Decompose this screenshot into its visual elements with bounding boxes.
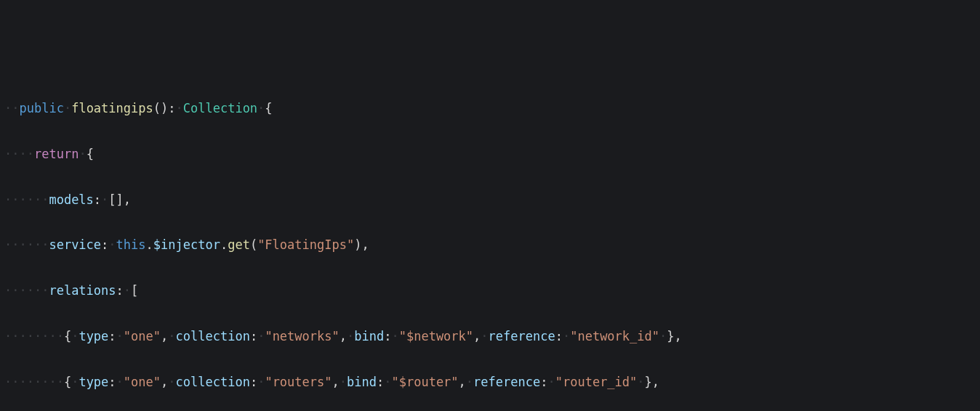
code-line-6[interactable]: ········{·type:·"one",·collection:·"netw…	[0, 325, 980, 348]
whitespace: ········	[4, 375, 64, 389]
comma: ,	[161, 375, 168, 389]
code-line-7[interactable]: ········{·type:·"one",·collection:·"rout…	[0, 371, 980, 394]
whitespace: ·	[347, 329, 354, 343]
code-line-5[interactable]: ······relations:·[	[0, 280, 980, 302]
colon: :	[101, 237, 108, 252]
string-literal: "FloatingIps"	[257, 237, 354, 252]
comma: ,	[675, 329, 682, 343]
code-line-1[interactable]: ··public·floatingips():·Collection·{	[0, 97, 980, 120]
property-type: type	[79, 375, 108, 389]
keyword-public: public	[19, 101, 63, 115]
whitespace: ······	[4, 192, 49, 207]
open-brace: {	[87, 147, 94, 161]
whitespace: ·	[79, 147, 86, 161]
whitespace: ·	[176, 101, 183, 115]
close-bracket: ]	[116, 192, 124, 207]
property-reference: reference	[489, 329, 555, 343]
whitespace: ·	[124, 283, 131, 298]
function-name: floatingips	[71, 101, 153, 115]
whitespace: ······	[4, 237, 49, 252]
dot: .	[146, 237, 153, 252]
open-brace: {	[265, 101, 272, 115]
close-brace: }	[645, 375, 652, 389]
whitespace: ·	[257, 101, 265, 115]
method-get: get	[228, 237, 250, 252]
open-paren: (	[250, 237, 257, 252]
whitespace: ·	[71, 375, 79, 389]
whitespace: ·	[168, 375, 175, 389]
code-line-3[interactable]: ······models:·[],	[0, 189, 980, 211]
whitespace: ·	[340, 375, 347, 389]
property-bind: bind	[354, 329, 384, 343]
property-collection: collection	[176, 375, 250, 389]
comma: ,	[161, 329, 168, 343]
comma: ,	[340, 329, 347, 343]
whitespace: ·	[64, 101, 71, 115]
string-literal: "network_id"	[570, 329, 659, 343]
whitespace: ·	[466, 375, 473, 389]
open-paren: (	[153, 101, 161, 115]
string-literal: "$router"	[391, 375, 458, 389]
whitespace: ·	[101, 192, 108, 207]
colon: :	[94, 192, 101, 207]
close-brace: }	[667, 329, 674, 343]
keyword-this: this	[116, 237, 146, 252]
comma: ,	[124, 192, 131, 207]
colon: :	[377, 375, 384, 389]
property-models: models	[49, 192, 93, 207]
dot: .	[220, 237, 228, 252]
whitespace: ··	[4, 101, 19, 115]
string-literal: "$network"	[399, 329, 473, 343]
whitespace: ······	[4, 283, 49, 298]
property-service: service	[49, 237, 101, 252]
property-bind: bind	[347, 375, 377, 389]
colon: :	[108, 375, 116, 389]
whitespace: ·	[637, 375, 644, 389]
whitespace: ·	[563, 329, 570, 343]
property-injector: $injector	[153, 237, 220, 252]
colon: :	[168, 101, 175, 115]
colon: :	[384, 329, 391, 343]
open-brace: {	[64, 375, 71, 389]
open-bracket: [	[108, 192, 116, 207]
open-bracket: [	[131, 283, 138, 298]
code-line-2[interactable]: ····return·{	[0, 143, 980, 166]
comma: ,	[459, 375, 466, 389]
property-type: type	[79, 329, 108, 343]
close-paren: )	[354, 237, 361, 252]
whitespace: ·	[659, 329, 667, 343]
whitespace: ·	[257, 375, 265, 389]
whitespace: ·	[71, 329, 79, 343]
colon: :	[540, 375, 547, 389]
code-editor[interactable]: ··public·floatingips():·Collection·{ ···…	[0, 97, 980, 411]
colon: :	[250, 329, 257, 343]
whitespace: ·	[547, 375, 555, 389]
string-literal: "router_id"	[555, 375, 638, 389]
property-relations: relations	[49, 283, 116, 298]
comma: ,	[332, 375, 340, 389]
whitespace: ·	[108, 237, 116, 252]
string-literal: "networks"	[265, 329, 339, 343]
open-brace: {	[64, 329, 71, 343]
colon: :	[555, 329, 563, 343]
whitespace: ·	[384, 375, 391, 389]
whitespace: ····	[4, 147, 34, 161]
comma: ,	[361, 237, 369, 252]
close-paren: )	[161, 101, 168, 115]
code-line-4[interactable]: ······service:·this.$injector.get("Float…	[0, 234, 980, 256]
whitespace: ·	[116, 375, 124, 389]
comma: ,	[652, 375, 659, 389]
colon: :	[250, 375, 257, 389]
string-literal: "one"	[124, 375, 161, 389]
whitespace: ·	[116, 329, 124, 343]
whitespace: ·	[257, 329, 265, 343]
comma: ,	[473, 329, 481, 343]
keyword-return: return	[34, 147, 79, 161]
property-reference: reference	[473, 375, 540, 389]
colon: :	[108, 329, 116, 343]
property-collection: collection	[176, 329, 250, 343]
string-literal: "one"	[124, 329, 161, 343]
whitespace: ·	[168, 329, 175, 343]
colon: :	[116, 283, 124, 298]
whitespace: ·	[481, 329, 488, 343]
